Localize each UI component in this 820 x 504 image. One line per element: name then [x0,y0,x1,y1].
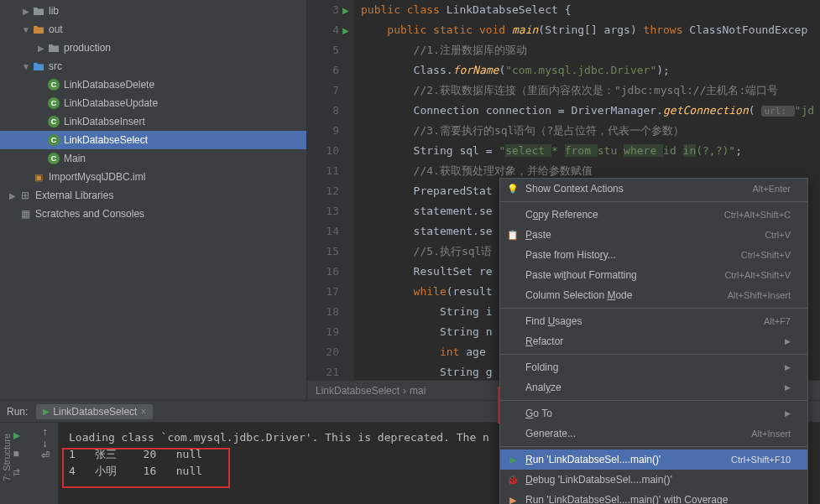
line-number: 8 [307,101,339,121]
menu-column-selection-mode[interactable]: Column Selection ModeAlt+Shift+Insert [500,285,807,305]
menu-folding[interactable]: Folding▶ [500,357,807,377]
down-icon[interactable]: ↓ [43,438,48,449]
line-number: 19 [307,322,339,342]
tree-label: Scratches and Consoles [35,208,144,220]
code-line[interactable]: public class LinkDatabseSelect { [354,0,820,20]
line-number: 10 [307,141,339,161]
code-line[interactable]: Connection connection = DriverManager.ge… [354,101,820,121]
gutter-run-icon[interactable]: ▶ [342,26,349,35]
code-line[interactable]: Class.forName("com.mysql.jdbc.Driver"); [354,60,820,81]
tree-item-production[interactable]: ▶production [0,39,306,57]
tree-item-external-libraries[interactable]: ▶⊞External Libraries [0,186,306,205]
tree-label: Main [64,153,86,164]
line-number: 18 [307,302,339,322]
tree-item-src[interactable]: ▼src [0,57,306,75]
tree-item-scratches-and-consoles[interactable]: ▦Scratches and Consoles [0,205,306,223]
run-label: Run: [7,406,28,418]
annotation-box [62,448,230,488]
play-icon: ▶ [43,407,50,416]
tree-label: out [49,23,63,35]
menu-analyze[interactable]: Analyze▶ [500,377,807,397]
class-icon: C [47,133,60,147]
tree-label: LinkDatabaseUpdate [64,97,158,109]
line-number: 3 [307,0,339,20]
bug-icon: 🐞 [506,475,520,486]
menu-refactor[interactable]: Refactor▶ [500,331,807,351]
code-line[interactable]: String sql = "select * from stu where id… [354,141,820,161]
menu-find-usages[interactable]: Find UsagesAlt+F7 [500,311,807,331]
up-icon[interactable]: ↑ [43,426,48,438]
line-number: 20 [307,342,339,362]
iml-icon: ▣ [32,170,45,184]
tree-label: External Libraries [35,190,113,201]
line-number: 6 [307,60,339,81]
scratch-icon: ▦ [18,207,32,221]
line-number: 7 [307,81,339,101]
menu-paste[interactable]: 📋PasteCtrl+V [500,225,807,245]
menu-run--linkdatabsesel----ma[interactable]: ▶Run 'LinkDatabseSel....main()'Ctrl+Shif… [500,449,807,470]
tree-item-importmysqljdbc-iml[interactable]: ▣ImportMysqlJDBC.iml [0,168,306,186]
tree-label: src [49,60,62,72]
line-number: 11 [307,161,339,181]
tree-item-linkdatabseselect[interactable]: CLinkDatabseSelect [0,131,306,149]
wrap-icon[interactable]: ⏎ [41,449,50,461]
line-number: 12 [307,181,339,201]
folder-icon [32,4,45,18]
project-tree: ▶lib▼out▶production▼srcCLinkDatabaseDele… [0,0,307,400]
library-icon: ⊞ [18,189,32,202]
tree-label: LinkDatabseInsert [64,116,145,127]
class-icon: C [47,78,60,91]
code-line[interactable]: //1.注册数据库的驱动 [354,40,820,60]
tree-label: LinkDatabseSelect [64,134,148,146]
tree-item-linkdatabasedelete[interactable]: CLinkDatabaseDelete [0,75,306,94]
code-line[interactable]: //3.需要执行的sql语句（?是占位符，代表一个参数） [354,121,820,141]
class-icon: C [47,152,60,165]
menu-paste-from-history---[interactable]: Paste from History...Ctrl+Shift+V [500,245,807,265]
bulb-icon: 💡 [506,184,520,195]
tree-item-linkdatabaseupdate[interactable]: CLinkDatabaseUpdate [0,94,306,112]
menu-copy-reference[interactable]: Copy ReferenceCtrl+Alt+Shift+C [500,205,807,225]
play-shield-icon: ▶ [506,495,520,505]
tree-item-linkdatabseinsert[interactable]: CLinkDatabseInsert [0,112,306,131]
tree-item-out[interactable]: ▼out [0,20,306,39]
gutter-run-icon[interactable]: ▶ [342,6,349,15]
menu-show-context-actions[interactable]: 💡Show Context ActionsAlt+Enter [500,179,807,199]
line-number: 14 [307,221,339,242]
menu-go-to[interactable]: Go To▶ [500,403,807,423]
line-number: 17 [307,282,339,302]
line-number: 9 [307,121,339,141]
play-icon: ▶ [506,455,520,465]
line-number: 13 [307,201,339,221]
paste-icon: 📋 [506,230,520,241]
tree-item-main[interactable]: CMain [0,149,306,168]
class-icon: C [47,96,60,110]
close-icon[interactable]: × [140,406,146,418]
menu-generate---[interactable]: Generate...Alt+Insert [500,423,807,444]
line-number: 4 [307,20,339,40]
context-menu: 💡Show Context ActionsAlt+EnterCopy Refer… [499,178,808,504]
class-icon: C [47,115,60,128]
menu-paste-without-formatting[interactable]: Paste without FormattingCtrl+Alt+Shift+V [500,265,807,285]
tree-item-lib[interactable]: ▶lib [0,2,306,20]
structure-tab[interactable]: 7: Structure [0,430,13,485]
folder-icon [47,41,60,55]
tree-label: LinkDatabaseDelete [64,79,154,91]
menu-run--linkdatabsesel----ma[interactable]: ▶Run 'LinkDatabseSel....main()' with Cov… [500,490,807,504]
code-line[interactable]: //2.获取数据库连接（里面内容依次是："jdbc:mysql://主机名:端口… [354,81,820,101]
tree-label: production [64,42,111,54]
tree-label: lib [49,5,59,17]
tree-label: ImportMysqlJDBC.iml [49,171,145,183]
menu-debug--linkdatabsesel----[interactable]: 🐞Debug 'LinkDatabseSel....main()' [500,470,807,490]
line-number: 16 [307,262,339,282]
folder-icon [32,60,45,73]
line-number: 5 [307,40,339,60]
line-number: 15 [307,242,339,262]
folder-icon [32,23,45,36]
run-tab-name[interactable]: LinkDatabseSelect [53,406,137,418]
code-line[interactable]: public static void main(String[] args) t… [354,20,820,40]
